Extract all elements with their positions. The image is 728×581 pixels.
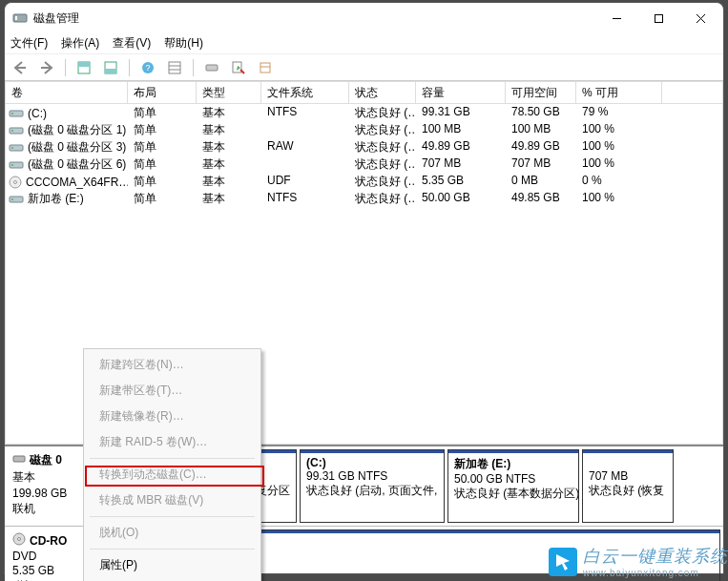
cell-free: 49.85 GB — [506, 190, 576, 207]
cell-type: 基本 — [197, 104, 261, 121]
svg-point-35 — [18, 538, 21, 541]
cell-layout: 简单 — [128, 190, 197, 207]
app-icon — [12, 10, 28, 26]
disk-list-button[interactable] — [200, 57, 223, 78]
vol-name: CCCOMA_X64FR… — [26, 176, 128, 189]
view-top-button[interactable] — [73, 57, 95, 78]
menubar: 文件(F) 操作(A) 查看(V) 帮助(H) — [5, 33, 723, 54]
svg-point-22 — [11, 113, 13, 114]
minimize-button[interactable] — [595, 4, 637, 32]
col-type[interactable]: 类型 — [197, 82, 261, 103]
menu-convert-dynamic: 转换到动态磁盘(C)… — [86, 462, 259, 488]
back-button[interactable] — [9, 57, 31, 78]
menu-view[interactable]: 查看(V) — [113, 35, 151, 52]
partition-status: 状态良好 (基本数据分区) — [454, 486, 572, 502]
settings-button[interactable] — [163, 57, 186, 78]
toolbar-separator — [129, 59, 130, 76]
cell-fs: NTFS — [261, 190, 349, 207]
vol-name: (磁盘 0 磁盘分区 1) — [28, 122, 126, 138]
vol-name: (磁盘 0 磁盘分区 6) — [28, 156, 126, 173]
cell-fs — [261, 156, 349, 173]
col-status[interactable]: 状态 — [349, 82, 416, 103]
table-header: 卷 布局 类型 文件系统 状态 容量 可用空间 % 可用 — [6, 82, 722, 104]
menu-new-spanned: 新建跨区卷(N)… — [86, 352, 259, 378]
cell-pct: 0 % — [576, 173, 662, 190]
cell-pct: 100 % — [576, 121, 662, 138]
table-body: (C:)简单基本NTFS状态良好 (…99.31 GB78.50 GB79 %(… — [6, 104, 722, 207]
vol-name: (C:) — [28, 107, 47, 120]
cell-layout: 简单 — [128, 173, 197, 190]
watermark-title: 白云一键重装系统 — [583, 545, 728, 568]
partition-size: 707 MB — [589, 469, 667, 483]
disk-icon — [12, 453, 26, 467]
table-row[interactable]: (C:)简单基本NTFS状态良好 (…99.31 GB78.50 GB79 % — [6, 104, 722, 121]
menu-new-mirrored: 新建镜像卷(R)… — [86, 404, 259, 429]
table-row[interactable]: (磁盘 0 磁盘分区 3)简单基本RAW状态良好 (…49.89 GB49.89… — [6, 138, 722, 156]
drive-icon — [9, 125, 24, 136]
maximize-button[interactable] — [637, 4, 679, 32]
cell-type: 基本 — [197, 156, 261, 173]
svg-rect-33 — [13, 456, 25, 462]
svg-rect-11 — [105, 69, 116, 73]
partition[interactable]: (C:)99.31 GB NTFS状态良好 (启动, 页面文件, — [300, 449, 445, 523]
help-button[interactable]: ? — [136, 57, 159, 78]
cell-layout: 简单 — [128, 104, 197, 121]
titlebar[interactable]: 磁盘管理 — [5, 3, 723, 33]
cell-capacity: 5.35 GB — [416, 173, 506, 190]
partition[interactable]: 新加卷 (E:)50.00 GB NTFS状态良好 (基本数据分区) — [447, 449, 579, 523]
action-button[interactable] — [227, 57, 250, 78]
close-button[interactable] — [679, 4, 721, 32]
menu-file[interactable]: 文件(F) — [10, 35, 48, 52]
menu-offline: 脱机(O) — [86, 520, 259, 546]
cell-free: 100 MB — [506, 121, 576, 138]
col-volume[interactable]: 卷 — [6, 82, 128, 103]
partition-status: 状态良好 (恢复 — [589, 483, 667, 499]
menu-help[interactable]: 帮助(H) — [164, 35, 203, 52]
cell-status: 状态良好 (… — [349, 156, 416, 173]
svg-rect-1 — [15, 16, 17, 20]
cell-type: 基本 — [197, 173, 261, 190]
partition-size: 99.31 GB NTFS — [306, 469, 438, 483]
col-fs[interactable]: 文件系统 — [261, 82, 349, 103]
cell-layout: 简单 — [128, 156, 197, 173]
cell-status: 状态良好 (… — [349, 173, 416, 190]
cell-status: 状态良好 (… — [349, 138, 416, 156]
cell-type: 基本 — [197, 190, 261, 207]
cell-capacity: 99.31 GB — [416, 104, 506, 121]
partition-title: (C:) — [306, 456, 438, 469]
extra-button[interactable] — [254, 57, 277, 78]
svg-point-32 — [11, 198, 13, 200]
cell-status: 状态良好 (… — [349, 190, 416, 207]
disk-name: CD-RO — [30, 534, 67, 548]
cell-layout: 简单 — [128, 121, 197, 138]
cell-free: 78.50 GB — [506, 104, 576, 121]
svg-rect-19 — [260, 63, 270, 73]
svg-point-28 — [11, 164, 13, 166]
menu-properties[interactable]: 属性(P) — [86, 552, 259, 578]
cd-icon — [12, 532, 26, 549]
view-bottom-button[interactable] — [99, 57, 122, 78]
drive-icon — [9, 159, 24, 171]
svg-rect-17 — [206, 65, 218, 71]
col-capacity[interactable]: 容量 — [416, 82, 506, 103]
col-pctfree[interactable]: % 可用 — [576, 82, 662, 103]
col-free[interactable]: 可用空间 — [506, 82, 576, 103]
table-row[interactable]: (磁盘 0 磁盘分区 6)简单基本状态良好 (…707 MB707 MB100 … — [6, 156, 722, 173]
vol-name: (磁盘 0 磁盘分区 3) — [28, 139, 126, 156]
forward-button[interactable] — [35, 57, 58, 78]
table-row[interactable]: CCCOMA_X64FR…简单基本UDF状态良好 (…5.35 GB0 MB0 … — [6, 173, 722, 190]
menu-action[interactable]: 操作(A) — [61, 35, 99, 52]
cell-pct: 79 % — [576, 104, 662, 121]
menu-new-striped: 新建带区卷(T)… — [86, 378, 259, 404]
toolbar-separator — [65, 59, 66, 76]
table-row[interactable]: (磁盘 0 磁盘分区 1)简单基本状态良好 (…100 MB100 MB100 … — [6, 121, 722, 138]
partition[interactable]: 707 MB状态良好 (恢复 — [582, 449, 674, 523]
cd-icon — [9, 176, 22, 188]
cell-type: 基本 — [197, 121, 261, 138]
watermark: 白云一键重装系统 www.baiyunxitong.com — [549, 545, 728, 578]
col-layout[interactable]: 布局 — [128, 82, 197, 103]
cell-pct: 100 % — [576, 190, 662, 207]
partition-title — [589, 456, 667, 469]
table-row[interactable]: 新加卷 (E:)简单基本NTFS状态良好 (…50.00 GB49.85 GB1… — [6, 190, 722, 207]
toolbar: ? — [5, 54, 723, 81]
